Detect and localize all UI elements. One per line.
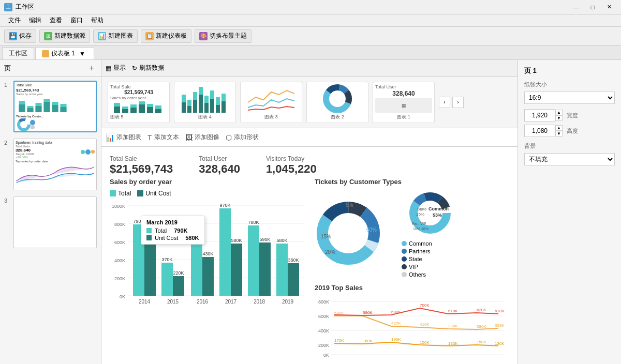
width-spinner: ▲ ▼ (555, 110, 563, 121)
dimensions-section: ▲ ▼ 宽度 ▲ ▼ 高度 (524, 109, 615, 137)
menu-file[interactable]: 文件 (4, 15, 25, 26)
new-dashboard-button[interactable]: 📋 新建仪表板 (141, 29, 191, 43)
page-item-2[interactable]: 2 Sportmen training data Total Units 328… (2, 136, 99, 192)
svg-text:410K: 410K (420, 322, 430, 327)
svg-rect-44 (221, 101, 226, 113)
svg-text:590K: 590K (259, 237, 270, 242)
svg-text:160K: 160K (363, 339, 373, 343)
chart-prev-button[interactable]: ‹ (439, 97, 450, 108)
tickets-chart-area: Tickets by Customer Types (315, 178, 509, 278)
dashboard-area: Total Sale $21,569,743 Total User 328,64… (101, 147, 518, 364)
svg-text:170K: 170K (334, 338, 344, 343)
page-item-3[interactable]: 3 (2, 194, 99, 250)
svg-rect-42 (210, 99, 214, 113)
add-chart-button[interactable]: 📊 添加图表 (106, 133, 141, 142)
width-decrement[interactable]: ▼ (555, 115, 563, 121)
svg-rect-63 (144, 244, 156, 296)
svg-text:430K: 430K (202, 251, 213, 256)
menu-edit[interactable]: 编辑 (25, 15, 46, 26)
background-section: 背景 不填充 填充颜色 (524, 142, 615, 165)
svg-text:600K: 600K (391, 310, 401, 314)
switch-theme-button[interactable]: 🎨 切换布景主题 (195, 29, 252, 43)
svg-text:580K: 580K (231, 238, 242, 243)
svg-text:2016: 2016 (197, 299, 209, 305)
maximize-button[interactable]: □ (585, 2, 600, 12)
dashboard-tab[interactable]: 仪表板 1 ▼ (35, 47, 94, 59)
svg-text:970K: 970K (219, 203, 230, 208)
add-text-button[interactable]: T 添加文本 (147, 133, 179, 142)
chart-thumb-3[interactable]: 图表 3 (240, 82, 302, 123)
svg-text:580K: 580K (334, 311, 344, 315)
datasource-icon: ⊞ (44, 32, 52, 40)
save-button[interactable]: 💾 保存 (4, 29, 36, 43)
tooltip-total-value: 790K (174, 228, 187, 234)
new-chart-button[interactable]: 📊 新建图表 (93, 29, 138, 43)
svg-text:2015: 2015 (167, 299, 179, 305)
menu-help[interactable]: 帮助 (87, 15, 108, 26)
bar-chart-container: 1000K 800K 600K 400K 200K 0K (110, 200, 306, 315)
legend-total-label: Total (118, 190, 131, 197)
svg-text:130K: 130K (448, 341, 458, 346)
svg-text:610K: 610K (495, 309, 505, 313)
width-input-group: ▲ ▼ (524, 109, 563, 122)
chart-selector: Total Sale $21,569,743 Sales by order ye… (101, 77, 518, 128)
refresh-button[interactable]: ↻ 刷新数据 (132, 64, 164, 72)
svg-point-49 (330, 92, 345, 106)
svg-text:620K: 620K (477, 308, 486, 312)
legend-total-color (110, 190, 116, 196)
legend-unit-cost-color (137, 190, 143, 196)
height-input-group: ▲ ▼ (524, 125, 563, 137)
height-decrement[interactable]: ▼ (555, 131, 563, 136)
close-button[interactable]: ✕ (601, 2, 617, 12)
chart-thumb-2[interactable]: 图表 2 (306, 82, 368, 123)
height-increment[interactable]: ▲ (555, 125, 563, 131)
add-shape-button[interactable]: ⬡ 添加形状 (226, 133, 259, 142)
tooltip-unit-cost-color (146, 235, 152, 240)
top-sales-chart-svg: 800K 600K 400K 200K 0K (315, 296, 506, 363)
bar-chart-svg: 1000K 800K 600K 400K 200K 0K (110, 200, 306, 314)
height-label: 高度 (567, 127, 578, 135)
svg-rect-40 (199, 95, 203, 113)
add-image-icon: 🖼 (185, 133, 193, 142)
workspace-tab[interactable]: 工作区 (2, 47, 34, 59)
display-button[interactable]: ▦ 显示 (106, 64, 126, 72)
chart-thumb-4[interactable]: 图表 4 (174, 82, 236, 123)
svg-text:700K: 700K (420, 303, 430, 308)
add-page-button[interactable]: + (86, 63, 97, 73)
svg-text:0K: 0K (120, 294, 125, 299)
menu-window[interactable]: 窗口 (66, 15, 87, 26)
svg-rect-72 (191, 240, 202, 296)
tickets-chart-content: 60% 15% 20% 5% (315, 190, 509, 278)
svg-rect-9 (44, 102, 50, 112)
sidebar-pages-label: 页 (4, 64, 11, 73)
sidebar-header: 页 + (0, 60, 101, 77)
tab-dropdown-icon[interactable]: ▼ (77, 48, 87, 60)
svg-rect-67 (161, 263, 173, 296)
svg-rect-23 (114, 107, 120, 113)
chart-icon: 📊 (98, 32, 106, 40)
svg-text:780K: 780K (248, 220, 259, 225)
svg-text:380K: 380K (477, 324, 486, 329)
width-increment[interactable]: ▲ (555, 110, 563, 115)
svg-text:15%: 15% (416, 212, 424, 217)
metrics-row: Total Sale $21,569,743 Total User 328,64… (110, 155, 509, 176)
svg-text:15%: 15% (321, 234, 331, 239)
add-image-button[interactable]: 🖼 添加图像 (185, 133, 219, 142)
page-item-1[interactable]: 1 Total Sale $21,569,743 Sales by order … (2, 79, 99, 134)
metric-total-user: Total User 328,640 (199, 155, 240, 176)
chart-next-button[interactable]: › (452, 97, 464, 108)
theme-icon: 🎨 (199, 32, 208, 40)
chart-thumb-1[interactable]: Total User 328,640 ▦ 图表 1 (373, 82, 435, 123)
content-area: ▦ 显示 ↻ 刷新数据 Total Sale $21,569,743 Sales… (101, 60, 518, 364)
height-input[interactable] (524, 125, 555, 137)
chart-thumb-5[interactable]: Total Sale $21,569,743 Sales by order ye… (108, 82, 170, 123)
menu-view[interactable]: 查看 (46, 15, 66, 26)
minimize-button[interactable]: — (568, 2, 584, 12)
paper-size-select[interactable]: 16:9 4:3 A4 (524, 92, 615, 104)
width-input[interactable] (524, 109, 555, 122)
background-select[interactable]: 不填充 填充颜色 (524, 153, 615, 165)
svg-rect-68 (173, 276, 184, 296)
new-datasource-button[interactable]: ⊞ 新建数据源 (39, 29, 90, 43)
svg-text:800K: 800K (318, 299, 329, 305)
tooltip-total-color (146, 228, 152, 233)
